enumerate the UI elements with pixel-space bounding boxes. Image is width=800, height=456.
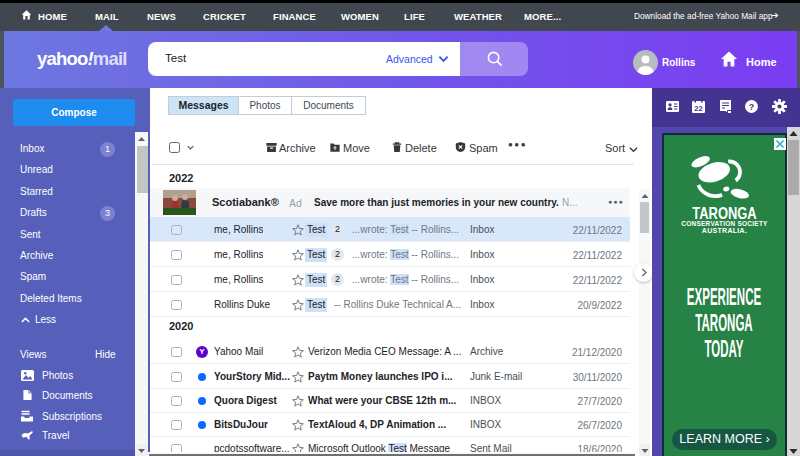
svg-text:22: 22 (694, 104, 702, 113)
svg-text:?: ? (749, 102, 755, 112)
